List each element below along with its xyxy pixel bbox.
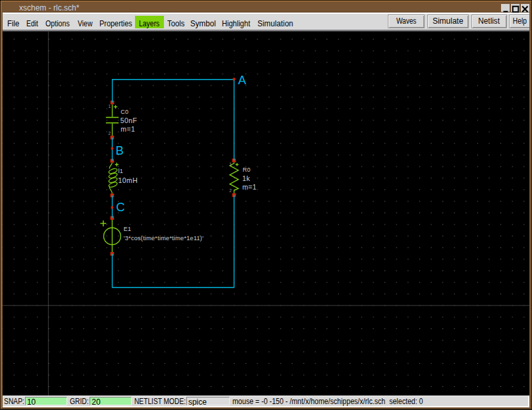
svg-text:A: A	[238, 73, 247, 87]
svg-text:l1: l1	[119, 168, 123, 174]
svg-text:1: 1	[229, 162, 232, 167]
svg-text:10mH: 10mH	[119, 176, 138, 184]
svg-text:R0: R0	[243, 167, 251, 173]
svg-text:C: C	[116, 200, 124, 214]
svg-text:m=1: m=1	[120, 125, 135, 133]
svg-text:'3*cos(time*time*time*1e11)': '3*cos(time*time*time*1e11)'	[124, 235, 203, 242]
svg-text:1k: 1k	[242, 174, 250, 182]
svg-text:50nF: 50nF	[120, 116, 138, 124]
svg-text:E1: E1	[124, 226, 131, 232]
svg-text:m=1: m=1	[242, 183, 257, 191]
svg-text:B: B	[116, 143, 124, 157]
svg-text:1: 1	[109, 104, 111, 109]
svg-text:C0: C0	[120, 109, 128, 115]
svg-text:2: 2	[109, 131, 111, 136]
svg-text:2: 2	[229, 188, 232, 193]
